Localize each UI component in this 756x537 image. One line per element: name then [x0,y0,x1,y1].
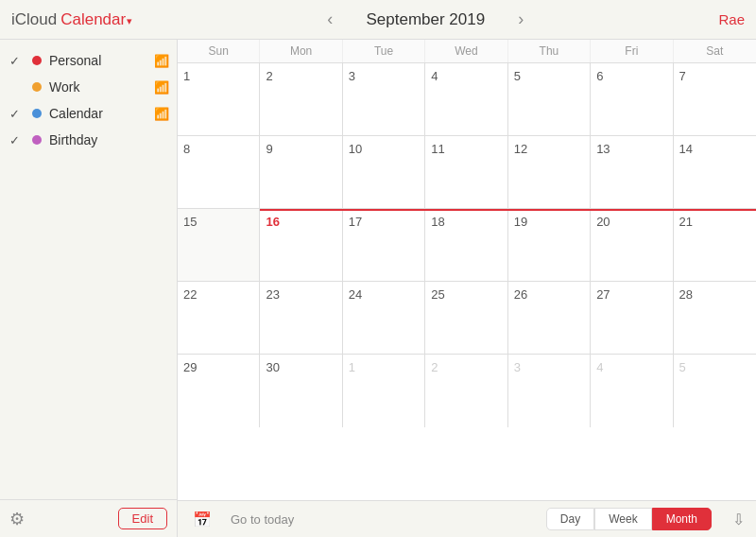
calendar-cell[interactable]: 9 [260,136,342,208]
edit-button[interactable]: Edit [118,508,167,529]
calendar-cell[interactable]: 27 [591,282,673,354]
calendar-cell[interactable]: 22 [178,282,260,354]
day-number: 5 [514,69,521,83]
calendar-cell[interactable]: 25 [425,282,507,354]
day-number: 19 [514,215,527,229]
calendar-cell[interactable]: 12 [508,136,591,208]
day-number: 20 [596,215,610,229]
calendar-week-4: 293012345 [178,355,756,427]
day-number: 4 [431,69,438,83]
calendar-cell[interactable]: 6 [591,63,673,135]
calendar-cell[interactable]: 13 [591,136,673,208]
day-header-thu: Thu [508,40,591,62]
user-label[interactable]: Rae [718,11,745,27]
calendar-cell[interactable]: 11 [425,136,507,208]
view-btn-week[interactable]: Week [594,508,651,530]
calendar-cell[interactable]: 19 [508,209,591,281]
calendar-cell[interactable]: 1 [178,63,260,135]
settings-gear-icon[interactable]: ⚙ [9,509,25,529]
view-btn-day[interactable]: Day [546,508,594,530]
calendar-cell[interactable]: 1 [343,355,425,427]
calendar-cell[interactable]: 5 [674,355,756,427]
month-navigation: ‹ September 2019 › [321,8,529,31]
day-number: 5 [679,360,686,374]
calendar-cell[interactable]: 10 [343,136,425,208]
day-number: 30 [266,360,279,374]
day-number: 4 [596,360,603,374]
day-number: 1 [349,360,355,374]
calendar-cell[interactable]: 3 [343,63,425,135]
calendar-week-1: 891011121314 [178,136,756,209]
next-month-button[interactable]: › [512,8,529,31]
calendar-cell[interactable]: 20 [591,209,673,281]
share-icon-calendar[interactable]: 📶 [154,107,169,121]
day-header-wed: Wed [425,40,507,62]
calendar-cell[interactable]: 4 [425,63,507,135]
view-btn-month[interactable]: Month [652,508,712,530]
day-header-tue: Tue [343,40,425,62]
day-number: 7 [679,69,686,83]
bottom-bar: 📅Go to todayDayWeekMonth⇩ [178,500,756,537]
calendar-cell[interactable]: 28 [674,282,756,354]
day-header-fri: Fri [591,40,673,62]
day-number: 9 [266,142,272,156]
calendar-cell[interactable]: 23 [260,282,342,354]
day-number: 2 [431,360,438,374]
go-to-today-button[interactable]: Go to today [231,512,535,527]
day-number: 8 [183,142,190,156]
share-icon-personal[interactable]: 📶 [154,54,169,68]
calendar-cell[interactable]: 24 [343,282,425,354]
day-number: 15 [183,215,197,229]
calendar-cell[interactable]: 2 [260,63,342,135]
calendar-cell[interactable]: 3 [508,355,591,427]
today-line [260,209,756,211]
dot-calendar [32,109,42,118]
sidebar-label-work: Work [49,79,154,95]
calendar-cell[interactable]: 5 [508,63,591,135]
calendar-cell[interactable]: 8 [178,136,260,208]
day-header-sat: Sat [674,40,756,62]
day-number: 22 [183,287,197,302]
day-number: 23 [266,287,279,302]
calendar-week-0: 1234567 [178,63,756,136]
sidebar-item-birthday[interactable]: ✓Birthday [0,127,177,153]
sidebar-item-work[interactable]: Work📶 [0,74,177,100]
day-headers: SunMonTueWedThuFriSat [178,40,756,63]
share-icon-work[interactable]: 📶 [154,80,169,95]
day-number: 14 [679,142,693,156]
icloud-label: iCloud [11,10,57,29]
dot-personal [32,56,42,65]
calendar-cell[interactable]: 21 [674,209,756,281]
calendar-cell[interactable]: 18 [425,209,507,281]
calendar-cell[interactable]: 29 [178,355,260,427]
calendar-cell[interactable]: 26 [508,282,591,354]
calendar-grid: 1234567891011121314151617181920212223242… [178,63,756,500]
calendar-list-icon[interactable]: 📅 [193,511,212,528]
sidebar-item-personal[interactable]: ✓Personal📶 [0,47,177,74]
sidebar-label-calendar: Calendar [49,106,154,121]
day-header-sun: Sun [178,40,260,62]
download-icon[interactable]: ⇩ [732,511,745,528]
day-number: 13 [596,142,610,156]
calendar-cell[interactable]: 30 [260,355,342,427]
sidebar-footer: ⚙ Edit [0,499,177,537]
top-bar: iCloud Calendar▾ ‹ September 2019 › Rae [0,0,756,40]
calendar-cell[interactable]: 15 [178,209,260,281]
day-number: 3 [349,69,355,83]
calendar-cell[interactable]: 2 [425,355,507,427]
calendar-cell[interactable]: 17 [343,209,425,281]
calendar-dropdown[interactable]: Calendar▾ [60,10,132,29]
month-title: September 2019 [350,10,501,29]
calendar-cell[interactable]: 7 [674,63,756,135]
day-number: 10 [349,142,362,156]
calendar-cell[interactable]: 14 [674,136,756,208]
prev-month-button[interactable]: ‹ [321,8,338,31]
day-number: 11 [431,142,444,156]
sidebar-item-calendar[interactable]: ✓Calendar📶 [0,100,177,127]
calendar-area: SunMonTueWedThuFriSat 123456789101112131… [178,40,756,537]
view-controls: DayWeekMonth [546,508,712,530]
calendar-cell[interactable]: 4 [591,355,673,427]
day-number: 6 [596,69,603,83]
calendar-cell[interactable]: 16 [260,209,342,281]
day-number: 18 [431,215,444,229]
